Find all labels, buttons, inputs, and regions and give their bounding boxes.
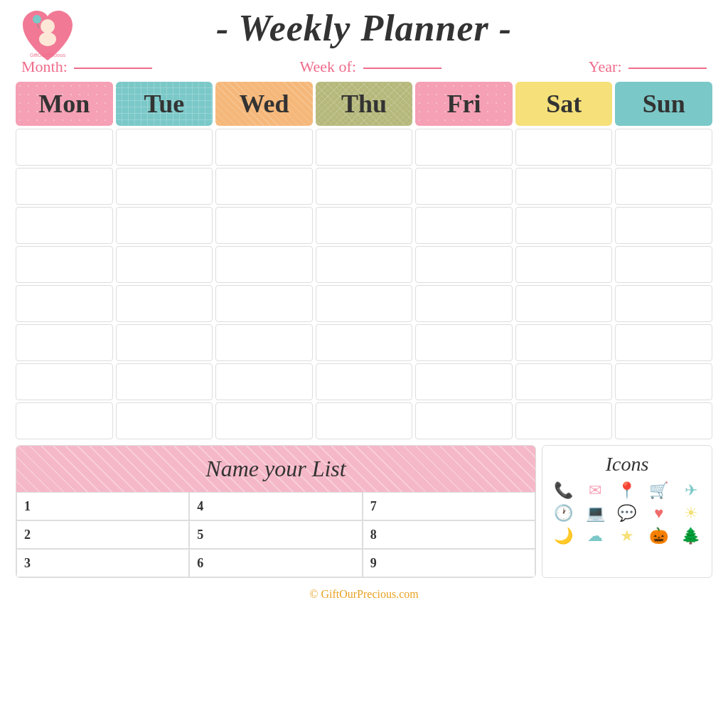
list-item[interactable]: 5 [189, 520, 362, 549]
time-slot[interactable] [615, 363, 712, 400]
time-slot[interactable] [316, 324, 413, 361]
day-column-sun [615, 129, 712, 439]
time-slot[interactable] [515, 246, 613, 283]
time-slot[interactable] [615, 168, 712, 205]
list-item[interactable]: 7 [363, 492, 535, 520]
time-slot[interactable] [515, 129, 613, 166]
star-icon: ★ [620, 527, 634, 545]
time-slot[interactable] [116, 246, 213, 283]
time-slot[interactable] [415, 363, 513, 400]
time-slot[interactable] [116, 363, 213, 400]
day-headers: MonTueWedThuFriSatSun [16, 82, 712, 126]
day-columns [16, 129, 712, 439]
list-item[interactable]: 4 [189, 492, 362, 520]
time-slot[interactable] [215, 207, 313, 244]
icons-grid: 📞✉📍🛒✈🕐💻💬♥☀🌙☁★🎃🌲 [550, 481, 705, 545]
time-slot[interactable] [215, 246, 313, 283]
month-line [74, 68, 152, 69]
time-slot[interactable] [215, 285, 313, 322]
time-slot[interactable] [215, 363, 313, 400]
logo: GiftOurPrecious [16, 4, 80, 70]
time-slot[interactable] [515, 324, 613, 361]
time-slot[interactable] [415, 168, 513, 205]
day-column-fri [415, 129, 513, 439]
time-slot[interactable] [615, 402, 712, 439]
time-slot[interactable] [116, 285, 213, 322]
time-slot[interactable] [415, 207, 513, 244]
time-slot[interactable] [116, 324, 213, 361]
list-item-number: 2 [24, 528, 36, 542]
time-slot[interactable] [215, 324, 313, 361]
header: GiftOurPrecious - Weekly Planner - [16, 7, 712, 49]
time-slot[interactable] [116, 168, 213, 205]
time-slot[interactable] [116, 402, 213, 439]
footer: © GiftOurPrecious.com [16, 584, 712, 605]
day-header-thu: Thu [316, 82, 413, 126]
day-header-sun: Sun [615, 82, 712, 126]
time-slot[interactable] [615, 246, 712, 283]
time-slot[interactable] [316, 246, 413, 283]
time-slot[interactable] [215, 402, 313, 439]
list-item[interactable]: 8 [363, 520, 535, 549]
time-slot[interactable] [615, 129, 712, 166]
list-item[interactable]: 3 [16, 549, 189, 577]
cloud-icon: ☁ [587, 527, 603, 545]
pin-icon: 📍 [617, 481, 636, 500]
time-slot[interactable] [415, 324, 513, 361]
time-slot[interactable] [16, 207, 113, 244]
list-grid: 147258369 [16, 492, 535, 577]
time-slot[interactable] [116, 129, 213, 166]
time-slot[interactable] [515, 168, 613, 205]
day-header-mon: Mon [16, 82, 113, 126]
time-slot[interactable] [515, 363, 613, 400]
list-item-number: 1 [24, 499, 36, 514]
plane-icon: ✈ [685, 481, 697, 500]
time-slot[interactable] [615, 207, 712, 244]
week-of-label: Week of: [300, 58, 441, 76]
time-slot[interactable] [415, 402, 513, 439]
list-item[interactable]: 9 [363, 549, 535, 577]
time-slot[interactable] [615, 324, 712, 361]
time-slot[interactable] [316, 285, 413, 322]
list-item[interactable]: 6 [189, 549, 362, 577]
year-line [628, 68, 707, 69]
list-item[interactable]: 2 [16, 520, 189, 549]
day-column-mon [16, 129, 113, 439]
time-slot[interactable] [316, 168, 413, 205]
day-column-sat [515, 129, 613, 439]
time-slot[interactable] [415, 129, 513, 166]
day-header-tue: Tue [116, 82, 213, 126]
time-slot[interactable] [316, 207, 413, 244]
time-slot[interactable] [116, 207, 213, 244]
time-slot[interactable] [16, 246, 113, 283]
time-slot[interactable] [515, 207, 613, 244]
time-slot[interactable] [215, 168, 313, 205]
list-item-number: 8 [370, 528, 382, 542]
chat-icon: 💬 [617, 504, 636, 523]
time-slot[interactable] [316, 363, 413, 400]
laptop-icon: 💻 [586, 504, 605, 523]
list-item[interactable]: 1 [16, 492, 189, 520]
time-slot[interactable] [316, 402, 413, 439]
time-slot[interactable] [515, 285, 613, 322]
time-slot[interactable] [615, 285, 712, 322]
time-slot[interactable] [16, 285, 113, 322]
time-slot[interactable] [515, 402, 613, 439]
time-slot[interactable] [415, 285, 513, 322]
time-slot[interactable] [16, 168, 113, 205]
svg-point-2 [33, 15, 41, 23]
cart-icon: 🛒 [649, 481, 668, 500]
pumpkin-icon: 🎃 [649, 527, 668, 545]
time-slot[interactable] [215, 129, 313, 166]
time-slot[interactable] [16, 363, 113, 400]
list-item-number: 7 [370, 499, 382, 514]
list-item-number: 6 [197, 556, 208, 571]
time-slot[interactable] [16, 129, 113, 166]
page-title: - Weekly Planner - [216, 7, 512, 49]
moon-icon: 🌙 [554, 527, 573, 545]
time-slot[interactable] [316, 129, 413, 166]
time-slot[interactable] [16, 402, 113, 439]
time-slot[interactable] [16, 324, 113, 361]
mail-icon: ✉ [589, 481, 601, 500]
time-slot[interactable] [415, 246, 513, 283]
